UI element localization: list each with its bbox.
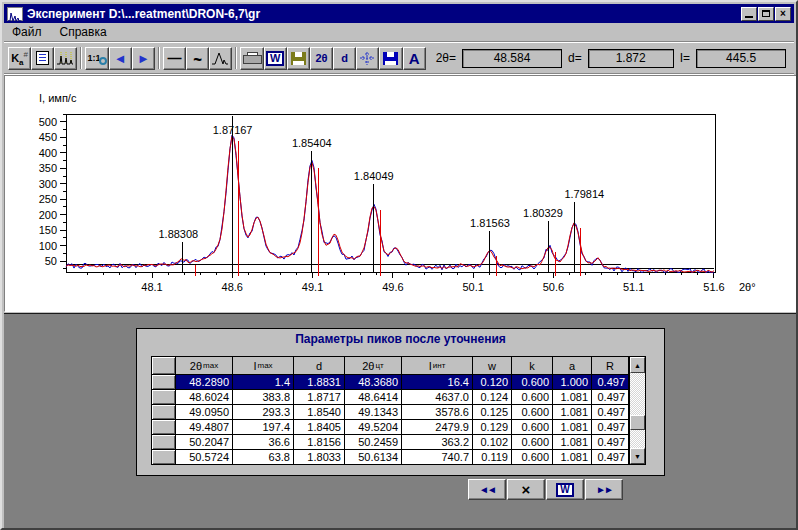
table-cell[interactable]: 1.081 bbox=[553, 405, 591, 419]
table-cell[interactable]: 1.081 bbox=[553, 420, 591, 434]
title-bar[interactable]: Эксперимент D:\...reatment\DRON-6,7\gr × bbox=[4, 4, 794, 23]
next-region-button[interactable]: ► bbox=[132, 47, 155, 70]
two-theta-mode-button[interactable]: 2θ bbox=[310, 47, 333, 70]
table-cell[interactable]: 48.2890 bbox=[176, 375, 232, 389]
table-cell[interactable]: 0.497 bbox=[592, 405, 628, 419]
table-cell[interactable]: 36.6 bbox=[233, 435, 293, 449]
table-cell[interactable]: 49.1343 bbox=[345, 405, 401, 419]
table-cell[interactable]: 0.600 bbox=[512, 390, 552, 404]
spectrum-button[interactable] bbox=[54, 47, 77, 70]
table-cell[interactable]: 63.8 bbox=[233, 450, 293, 464]
row-selector[interactable] bbox=[152, 450, 175, 464]
table-cell[interactable]: 0.125 bbox=[473, 405, 511, 419]
table-cell[interactable]: 2479.9 bbox=[402, 420, 472, 434]
scroll-down-button[interactable]: ▼ bbox=[630, 448, 645, 464]
table-cell[interactable]: 0.497 bbox=[592, 450, 628, 464]
zoom-1to1-button[interactable]: 1:1 bbox=[85, 47, 108, 70]
table-cell[interactable]: 49.5204 bbox=[345, 420, 401, 434]
row-selector[interactable] bbox=[152, 390, 175, 404]
row-selector[interactable] bbox=[152, 420, 175, 434]
table-cell[interactable]: 0.600 bbox=[512, 375, 552, 389]
font-button[interactable]: A bbox=[403, 47, 426, 70]
table-cell[interactable]: 0.600 bbox=[512, 420, 552, 434]
column-header[interactable]: Imax bbox=[233, 357, 293, 374]
column-header[interactable]: a bbox=[553, 357, 591, 374]
delete-peak-button[interactable]: × bbox=[507, 479, 545, 500]
table-cell[interactable]: 1.081 bbox=[553, 435, 591, 449]
table-cell[interactable]: 4637.0 bbox=[402, 390, 472, 404]
save-results-button[interactable] bbox=[379, 47, 402, 70]
table-cell[interactable]: 0.497 bbox=[592, 435, 628, 449]
table-cell[interactable]: 197.4 bbox=[233, 420, 293, 434]
diffraction-chart[interactable]: 50100150200250300350400450500I, имп/с48.… bbox=[5, 76, 797, 311]
table-cell[interactable]: 1.8831 bbox=[294, 375, 344, 389]
table-cell[interactable]: 0.119 bbox=[473, 450, 511, 464]
column-header[interactable]: w bbox=[473, 357, 511, 374]
smoothing-button[interactable]: ~ bbox=[186, 47, 209, 70]
print-button[interactable] bbox=[240, 47, 263, 70]
minimize-button[interactable] bbox=[741, 7, 757, 21]
table-cell[interactable]: 740.7 bbox=[402, 450, 472, 464]
table-cell[interactable]: 0.600 bbox=[512, 435, 552, 449]
table-cell[interactable]: 0.497 bbox=[592, 420, 628, 434]
first-peak-button[interactable]: ◄◄ bbox=[468, 479, 506, 500]
table-cell[interactable]: 1.081 bbox=[553, 450, 591, 464]
table-cell[interactable]: 0.497 bbox=[592, 375, 628, 389]
column-header[interactable]: Iинт bbox=[402, 357, 472, 374]
table-cell[interactable]: 1.8405 bbox=[294, 420, 344, 434]
save-button[interactable] bbox=[287, 47, 310, 70]
row-selector[interactable] bbox=[152, 405, 175, 419]
export-word-button[interactable]: W bbox=[264, 47, 287, 70]
table-cell[interactable]: 0.102 bbox=[473, 435, 511, 449]
peak-list-button[interactable] bbox=[31, 47, 54, 70]
table-cell[interactable]: 50.2047 bbox=[176, 435, 232, 449]
table-cell[interactable]: 48.3680 bbox=[345, 375, 401, 389]
table-cell[interactable]: 1.8033 bbox=[294, 450, 344, 464]
table-cell[interactable]: 383.8 bbox=[233, 390, 293, 404]
table-cell[interactable]: 50.6134 bbox=[345, 450, 401, 464]
table-cell[interactable]: 50.2459 bbox=[345, 435, 401, 449]
table-cell[interactable]: 48.6024 bbox=[176, 390, 232, 404]
table-cell[interactable]: 293.3 bbox=[233, 405, 293, 419]
table-cell[interactable]: 0.497 bbox=[592, 390, 628, 404]
prev-region-button[interactable]: ◄ bbox=[109, 47, 132, 70]
table-cell[interactable]: 1.4 bbox=[233, 375, 293, 389]
table-cell[interactable]: 16.4 bbox=[402, 375, 472, 389]
menu-file[interactable]: Файл bbox=[12, 25, 42, 39]
scroll-up-button[interactable]: ▲ bbox=[630, 357, 645, 373]
table-cell[interactable]: 1.8156 bbox=[294, 435, 344, 449]
column-header[interactable]: R bbox=[592, 357, 628, 374]
table-cell[interactable]: 0.600 bbox=[512, 450, 552, 464]
table-cell[interactable]: 50.5724 bbox=[176, 450, 232, 464]
column-header[interactable]: 2θцт bbox=[345, 357, 401, 374]
peak-fit-button[interactable] bbox=[209, 47, 232, 70]
column-header[interactable]: d bbox=[294, 357, 344, 374]
table-cell[interactable]: 0.600 bbox=[512, 405, 552, 419]
table-cell[interactable]: 49.0950 bbox=[176, 405, 232, 419]
table-cell[interactable]: 1.8717 bbox=[294, 390, 344, 404]
row-selector[interactable] bbox=[152, 375, 175, 389]
last-peak-button[interactable]: ►► bbox=[585, 479, 623, 500]
table-cell[interactable]: 363.2 bbox=[402, 435, 472, 449]
report-word-button[interactable]: W bbox=[546, 479, 584, 500]
column-header[interactable]: 2θmax bbox=[176, 357, 232, 374]
close-button[interactable]: × bbox=[775, 7, 791, 21]
baseline-button[interactable]: — bbox=[163, 47, 186, 70]
menu-help[interactable]: Справка bbox=[60, 25, 107, 39]
table-cell[interactable]: 1.8540 bbox=[294, 405, 344, 419]
row-selector[interactable] bbox=[152, 435, 175, 449]
table-cell[interactable]: 49.4807 bbox=[176, 420, 232, 434]
table-scrollbar[interactable]: ▲ ▼ bbox=[629, 356, 646, 465]
table-cell[interactable]: 1.000 bbox=[553, 375, 591, 389]
grid-button[interactable] bbox=[356, 47, 379, 70]
table-cell[interactable]: 0.129 bbox=[473, 420, 511, 434]
table-cell[interactable]: 0.120 bbox=[473, 375, 511, 389]
table-cell[interactable]: 0.124 bbox=[473, 390, 511, 404]
column-header[interactable]: k bbox=[512, 357, 552, 374]
table-cell[interactable]: 3578.6 bbox=[402, 405, 472, 419]
d-mode-button[interactable]: d bbox=[333, 47, 356, 70]
maximize-button[interactable] bbox=[758, 7, 774, 21]
k-alpha-button[interactable]: Ka# bbox=[8, 47, 31, 70]
scrollbar-thumb[interactable] bbox=[630, 415, 645, 430]
table-cell[interactable]: 1.081 bbox=[553, 390, 591, 404]
